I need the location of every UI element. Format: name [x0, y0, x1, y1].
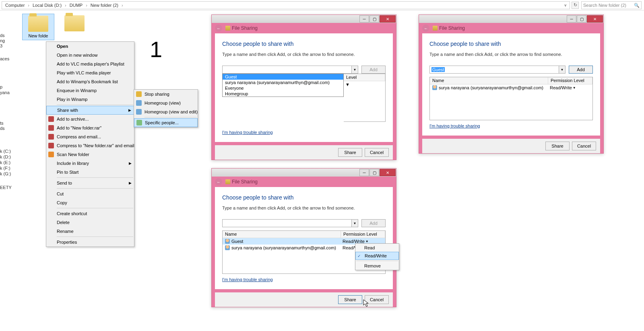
menu-item[interactable]: Add to "New folder.rar" — [46, 123, 134, 132]
menu-item[interactable]: Open in new window — [46, 51, 134, 60]
menu-item[interactable]: Create shortcut — [46, 209, 134, 218]
nav-tree-fragment[interactable]: ng — [0, 38, 5, 43]
context-menu[interactable]: OpenOpen in new windowAdd to VLC media p… — [46, 41, 134, 247]
menu-item[interactable]: Pin to Start — [46, 168, 134, 177]
maximize-button[interactable]: ▢ — [369, 169, 379, 176]
add-button[interactable]: Add — [569, 66, 593, 74]
share-with-submenu[interactable]: Stop sharingHomegroup (view)Homegroup (v… — [134, 89, 198, 127]
nav-tree-fragment[interactable]: 3 — [0, 43, 2, 48]
chevron-down-icon[interactable]: ▼ — [573, 86, 576, 90]
dropdown-option[interactable]: Everyone — [223, 85, 343, 91]
dropdown-arrow-icon[interactable]: ▼ — [351, 220, 358, 227]
minimize-button[interactable]: ─ — [567, 15, 576, 23]
nav-tree-fragment[interactable]: k (E:) — [0, 160, 10, 165]
dropdown-option[interactable]: Guest — [223, 74, 343, 80]
dropdown-arrow-icon[interactable]: ▼ — [351, 66, 358, 73]
menu-item[interactable]: Homegroup (view) — [134, 99, 198, 107]
add-button[interactable]: Add — [361, 66, 386, 74]
breadcrumb[interactable]: Computer› Local Disk (D:)› DUMP› New fol… — [2, 1, 570, 9]
menu-item[interactable]: Rename — [46, 227, 134, 236]
cancel-button[interactable]: Cancel — [365, 148, 389, 157]
menu-item[interactable]: Add to archive... — [46, 115, 134, 123]
share-button[interactable]: Share — [338, 295, 362, 304]
crumb[interactable]: Computer — [4, 3, 26, 8]
menu-item[interactable]: Compress and email... — [46, 132, 134, 141]
crumb[interactable]: DUMP — [68, 3, 84, 8]
share-row-owner[interactable]: surya narayana (suryanarayanamurthyn@gma… — [430, 84, 592, 91]
menu-item[interactable]: Open — [46, 42, 134, 51]
back-button[interactable]: ← — [215, 25, 222, 32]
cancel-button[interactable]: Cancel — [572, 142, 596, 150]
search-input[interactable]: Search New folder (2) 🔍 — [581, 1, 642, 9]
folder-item[interactable]: New folde — [22, 14, 54, 40]
people-combo[interactable]: ▼ — [222, 219, 358, 227]
share-list[interactable]: Name Permission Level surya narayana (su… — [429, 77, 593, 120]
refresh-button[interactable]: ↻ — [572, 2, 579, 9]
menu-item[interactable]: Stop sharing — [134, 90, 198, 99]
trouble-sharing-link[interactable]: I'm having trouble sharing — [222, 277, 273, 282]
nav-tree-fragment[interactable]: yana — [0, 90, 10, 95]
chevron-down-icon[interactable]: ▼ — [365, 240, 369, 243]
maximize-button[interactable]: ▢ — [577, 15, 586, 23]
dialog-heading: Choose people to share with — [222, 41, 386, 47]
maximize-button[interactable]: ▢ — [369, 15, 379, 23]
menu-item[interactable]: Enqueue in Winamp — [46, 86, 134, 95]
back-button[interactable]: ← — [215, 178, 222, 185]
close-button[interactable]: ✕ — [587, 15, 603, 23]
nav-tree-fragment[interactable]: p — [0, 84, 2, 89]
col-name-header[interactable]: Name — [430, 77, 548, 84]
close-button[interactable]: ✕ — [380, 15, 396, 23]
menu-item[interactable]: Play in Winamp — [46, 95, 134, 104]
nav-tree-fragment[interactable]: k (D:) — [0, 154, 11, 159]
minimize-button[interactable]: ─ — [359, 169, 369, 176]
menu-item[interactable]: Specific people... — [134, 118, 198, 127]
col-perm-header[interactable]: Permission Level — [548, 77, 592, 84]
crumb[interactable]: Local Disk (D:) — [31, 3, 63, 8]
menu-item[interactable]: Add to Winamp's Bookmark list — [46, 77, 134, 86]
people-combo[interactable]: ▼ — [222, 66, 358, 74]
menu-item[interactable]: Share with▶ — [46, 106, 134, 115]
dropdown-option[interactable]: surya narayana (suryanarayanamurthyn@gma… — [223, 80, 343, 85]
nav-tree-fragment[interactable]: k (G:) — [0, 171, 11, 176]
menu-item[interactable]: Homegroup (view and edit) — [134, 107, 198, 116]
nav-tree-fragment[interactable]: EETY — [0, 185, 12, 190]
back-button[interactable]: ← — [422, 25, 429, 32]
dropdown-option[interactable]: Homegroup — [223, 91, 343, 97]
menu-item[interactable]: Copy — [46, 198, 134, 207]
menu-item[interactable]: Cut — [46, 189, 134, 198]
perm-option-read[interactable]: Read — [355, 244, 399, 252]
col-name-header[interactable]: Name — [223, 231, 341, 238]
crumb[interactable]: New folder (2) — [89, 3, 120, 8]
permission-menu[interactable]: Read ✓Read/Write Remove — [355, 243, 399, 270]
menu-item[interactable]: Scan New folder — [46, 150, 134, 159]
folder-item[interactable] — [58, 14, 91, 40]
dialog-title: File Sharing — [232, 25, 258, 31]
menu-item[interactable]: Include in library▶ — [46, 159, 134, 168]
share-button[interactable]: Share — [338, 148, 362, 157]
share-button[interactable]: Share — [545, 142, 570, 150]
people-combo[interactable]: Guest ▼ — [429, 66, 566, 74]
nav-tree-fragment[interactable]: aces — [0, 56, 9, 61]
minimize-button[interactable]: ─ — [359, 15, 369, 23]
add-button[interactable]: Add — [361, 219, 386, 227]
col-perm-header[interactable]: Permission Level — [341, 231, 385, 238]
people-dropdown-list[interactable]: Guest surya narayana (suryanarayanamurth… — [222, 74, 344, 97]
menu-item[interactable]: Add to VLC media player's Playlist — [46, 60, 134, 68]
nav-tree-fragment[interactable]: k (F:) — [0, 166, 10, 171]
nav-tree-fragment[interactable]: ts — [0, 121, 4, 125]
history-dropdown-icon[interactable]: v — [563, 3, 568, 7]
trouble-sharing-link[interactable]: I'm having trouble sharing — [429, 123, 480, 128]
menu-item[interactable]: Compress to "New folder.rar" and email — [46, 141, 134, 150]
nav-tree-fragment[interactable]: k (C:) — [0, 149, 11, 154]
trouble-sharing-link[interactable]: I'm having trouble sharing — [222, 130, 273, 135]
perm-option-readwrite[interactable]: ✓Read/Write — [355, 252, 399, 260]
menu-item[interactable]: Play with VLC media player — [46, 68, 134, 77]
close-button[interactable]: ✕ — [380, 169, 396, 176]
menu-item[interactable]: Delete — [46, 218, 134, 227]
nav-tree-fragment[interactable]: ds — [0, 33, 5, 38]
dropdown-arrow-icon[interactable]: ▼ — [559, 66, 565, 73]
menu-item[interactable]: Properties — [46, 238, 134, 247]
nav-tree-fragment[interactable]: ds — [0, 126, 5, 131]
perm-option-remove[interactable]: Remove — [355, 262, 399, 270]
menu-item[interactable]: Send to▶ — [46, 179, 134, 187]
